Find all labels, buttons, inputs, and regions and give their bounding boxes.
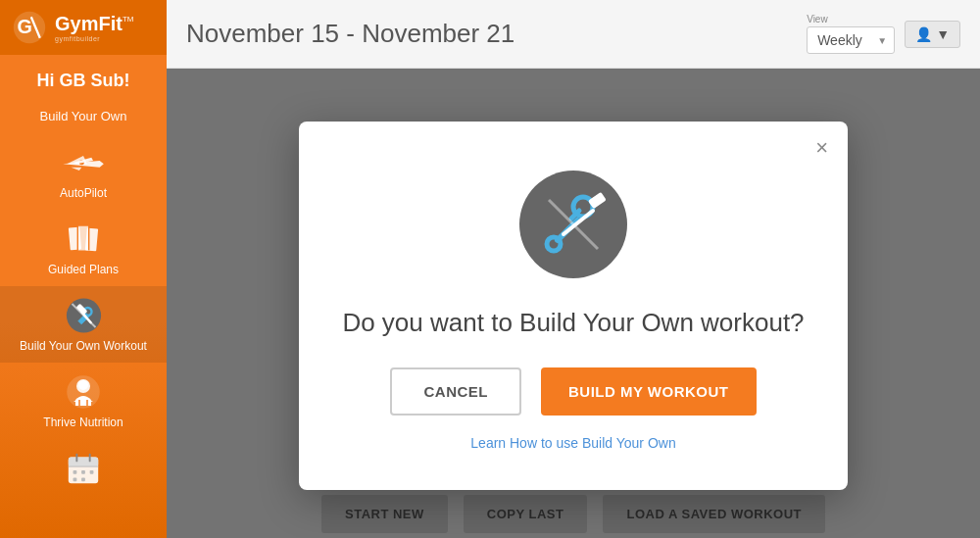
byo-workout-label: Build Your Own Workout [20, 339, 147, 353]
logo-text-group: GymFit TM gymfitbuilder [55, 13, 133, 42]
view-select[interactable]: Weekly Daily Monthly [807, 26, 895, 54]
modal-title: Do you want to Build Your Own workout? [342, 308, 804, 338]
nutrition-icon [59, 372, 108, 412]
svg-rect-23 [74, 470, 77, 474]
guided-plans-label: Guided Plans [48, 263, 119, 276]
header-controls: View Weekly Daily Monthly 👤 ▼ [807, 14, 960, 54]
gymfit-logo-icon: G [12, 10, 47, 45]
svg-rect-24 [81, 470, 85, 474]
build-workout-button[interactable]: BUILD MY WORKOUT [541, 367, 757, 416]
cancel-button[interactable]: CANCEL [390, 367, 521, 416]
sidebar: G GymFit TM gymfitbuilder Hi GB Sub! Bui… [0, 0, 167, 538]
modal-icon [519, 171, 627, 278]
sidebar-logo: G GymFit TM gymfitbuilder [0, 0, 167, 55]
user-icon: 👤 [915, 26, 932, 42]
tools-icon [534, 185, 612, 264]
main-header: November 15 - November 21 View Weekly Da… [167, 0, 980, 69]
modal-close-button[interactable]: × [815, 137, 828, 159]
sidebar-item-autopilot[interactable]: AutoPilot [0, 133, 167, 210]
modal-buttons: CANCEL BUILD MY WORKOUT [390, 367, 756, 416]
page-title: November 15 - November 21 [186, 19, 514, 49]
sidebar-item-build-link[interactable]: Build Your Own [0, 99, 167, 133]
logo-tm: TM [122, 15, 134, 24]
guided-plans-icon [59, 220, 108, 259]
svg-rect-7 [85, 228, 98, 252]
view-dropdown-wrapper[interactable]: Weekly Daily Monthly [807, 26, 895, 54]
autopilot-icon [59, 143, 108, 182]
svg-text:G: G [17, 16, 31, 37]
sidebar-item-byo-workout[interactable]: Build Your Own Workout [0, 286, 167, 363]
svg-point-17 [78, 380, 88, 390]
nutrition-label: Thrive Nutrition [43, 416, 122, 429]
dropdown-arrow-icon: ▼ [936, 26, 950, 42]
sidebar-item-calendar[interactable] [0, 439, 167, 502]
view-label: View [807, 14, 828, 24]
svg-rect-27 [81, 478, 85, 482]
logo-name: GymFit [55, 13, 122, 35]
svg-rect-25 [90, 470, 94, 474]
sidebar-item-nutrition[interactable]: Thrive Nutrition [0, 363, 167, 439]
build-link-label: Build Your Own [40, 109, 127, 123]
user-dropdown[interactable]: 👤 ▼ [905, 21, 960, 48]
sidebar-greeting: Hi GB Sub! [27, 55, 140, 99]
logo-sub: gymfitbuilder [55, 35, 133, 42]
modal-dialog: × Do you [299, 122, 848, 490]
svg-rect-19 [69, 458, 98, 467]
autopilot-label: AutoPilot [60, 186, 107, 200]
learn-link[interactable]: Learn How to use Build Your Own [470, 435, 675, 451]
svg-rect-26 [74, 478, 77, 482]
calendar-icon [59, 449, 108, 488]
svg-point-28 [547, 237, 561, 251]
byo-workout-icon [59, 296, 108, 335]
modal-overlay: × Do you [167, 69, 980, 538]
calendar-area: This day doesn't have a workout yet. STA… [167, 69, 980, 538]
sidebar-item-guided-plans[interactable]: Guided Plans [0, 210, 167, 286]
view-control: View Weekly Daily Monthly [807, 14, 895, 54]
main-content: November 15 - November 21 View Weekly Da… [167, 0, 980, 538]
